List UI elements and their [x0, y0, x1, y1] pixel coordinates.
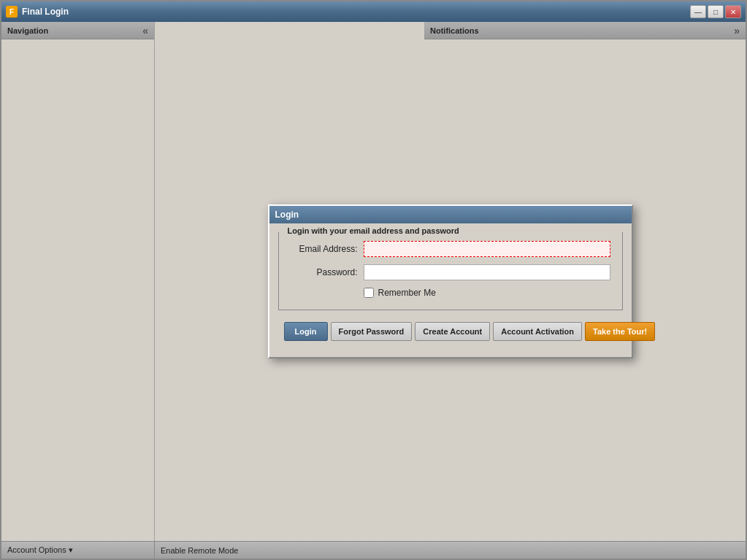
- close-button[interactable]: ✕: [725, 5, 741, 18]
- titlebar: F Final Login — □ ✕: [1, 1, 746, 22]
- titlebar-controls: — □ ✕: [690, 5, 741, 18]
- remote-mode-label: Enable Remote Mode: [155, 546, 746, 555]
- modal-overlay: Login Login with your email address and …: [155, 22, 746, 541]
- dialog-body: Login with your email address and passwo…: [269, 223, 632, 357]
- login-dialog: Login Login with your email address and …: [268, 204, 633, 358]
- main-window: F Final Login — □ ✕ Navigation «: [0, 0, 747, 560]
- password-label: Password:: [291, 267, 364, 277]
- forgot-password-button[interactable]: Forgot Password: [331, 322, 413, 341]
- password-input[interactable]: [364, 264, 610, 280]
- dialog-titlebar: Login: [269, 206, 632, 223]
- email-label: Email Address:: [291, 244, 364, 254]
- login-form-group: Login with your email address and passwo…: [278, 232, 623, 310]
- main-layout: Navigation « Notifications »: [1, 22, 746, 559]
- window-title: Final Login: [22, 7, 69, 17]
- remember-me-label[interactable]: Remember Me: [378, 288, 436, 298]
- dialog-buttons: Login Forgot Password Create Account Acc…: [278, 319, 623, 348]
- statusbar: Account Options ▾ Enable Remote Mode: [1, 541, 746, 559]
- titlebar-left: F Final Login: [6, 6, 69, 18]
- login-button[interactable]: Login: [284, 322, 328, 341]
- navigation-content: [1, 39, 154, 541]
- navigation-panel-header: Navigation «: [1, 22, 154, 39]
- content-panels: Navigation « Notifications »: [1, 22, 746, 541]
- create-account-button[interactable]: Create Account: [415, 322, 490, 341]
- maximize-button[interactable]: □: [708, 5, 724, 18]
- navigation-collapse-icon[interactable]: «: [142, 25, 148, 37]
- form-group-legend: Login with your email address and passwo…: [285, 226, 462, 235]
- email-row: Email Address:: [291, 241, 610, 257]
- app-icon: F: [6, 6, 18, 18]
- remember-me-checkbox[interactable]: [364, 288, 374, 298]
- minimize-button[interactable]: —: [690, 5, 706, 18]
- dialog-title: Login: [275, 210, 299, 220]
- left-panel: Navigation «: [1, 22, 155, 541]
- password-row: Password:: [291, 264, 610, 280]
- remember-me-row: Remember Me: [291, 288, 610, 298]
- email-input[interactable]: [364, 241, 610, 257]
- account-options-button[interactable]: Account Options ▾: [1, 542, 155, 559]
- navigation-label: Navigation: [7, 26, 48, 35]
- account-activation-button[interactable]: Account Activation: [493, 322, 582, 341]
- main-content: Notifications » Login: [155, 22, 746, 541]
- take-tour-button[interactable]: Take the Tour!: [585, 322, 655, 341]
